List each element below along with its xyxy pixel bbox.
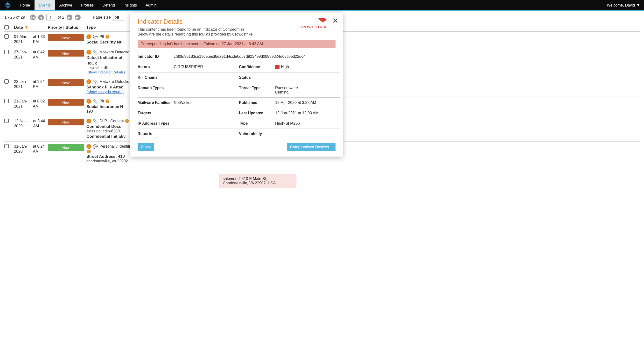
nav-events[interactable]: Events: [34, 0, 55, 11]
ioc-sent-banner: Corresponding IoC has been sent to Falco…: [138, 40, 336, 48]
last-updated-label: Last Updated: [239, 108, 275, 118]
event-tag: Malware Detectio: [100, 80, 130, 84]
chevron-up-icon: ^: [106, 99, 109, 103]
alert-icon: !: [86, 79, 91, 84]
event-tag: Malware Detectio: [100, 50, 130, 54]
threat-type-value: Ransomware Criminal: [275, 83, 340, 97]
page-size-select[interactable]: [113, 14, 125, 21]
alert-icon: !: [86, 144, 91, 149]
status-badge[interactable]: New: [48, 99, 84, 106]
pager-page-input[interactable]: [46, 14, 55, 21]
kill-chains-value: [174, 72, 239, 83]
event-time: at 1:54 PM: [33, 79, 48, 89]
row-checkbox[interactable]: [4, 50, 9, 54]
attachment-icon: 📎: [93, 119, 98, 123]
ip-address-types-value: [174, 118, 239, 128]
status-badge[interactable]: New: [48, 34, 84, 41]
crowdstrike-text: CROWDSTRIKE: [300, 25, 330, 29]
published-value: 18-Apr-2020 at 3:28 AM: [275, 97, 340, 108]
event-time: at 8:24 AM: [33, 144, 48, 154]
confidence-value: High: [275, 62, 340, 72]
confidence-label: Confidence: [239, 62, 275, 72]
nav-home[interactable]: Home: [16, 0, 34, 11]
pager-range: 1 - 25 of 29: [4, 15, 25, 20]
status-badge[interactable]: New: [48, 144, 84, 151]
status-badge[interactable]: New: [48, 119, 84, 125]
ip-address-types-label: IP Address Types: [138, 118, 174, 128]
actors-value: CIRCUSSPIDER: [174, 62, 239, 72]
alert-icon: !: [86, 34, 91, 39]
status-value: [275, 72, 340, 83]
page-size-label: Page size: [93, 15, 111, 20]
event-detail: charlottesville, va 22902: [86, 159, 640, 163]
confidence-text: High: [281, 65, 289, 69]
vulnerability-label: Vulnerability: [239, 128, 275, 139]
column-date-header[interactable]: Date ▼: [14, 25, 48, 30]
event-date: 22-Jan-2021: [14, 79, 32, 89]
status-badge[interactable]: New: [48, 79, 84, 86]
nav-defend[interactable]: Defend: [98, 0, 119, 11]
nav-profiles[interactable]: Profiles: [76, 0, 98, 11]
event-tag: Personally Identifi: [100, 144, 130, 149]
targets-value: [174, 108, 239, 118]
pager-last-button[interactable]: ▶|: [75, 15, 80, 20]
row-checkbox[interactable]: [4, 34, 9, 39]
detail-grid: Indicator ID cf80fd95183ce1305becf6ea91d…: [138, 52, 336, 139]
alert-icon: !: [86, 119, 91, 123]
column-priority-header[interactable]: Priority | Status: [48, 25, 86, 30]
event-date: 12-Nov-2020: [14, 119, 32, 129]
top-nav-bar: Home Events Archive Profiles Defend Insi…: [0, 0, 644, 11]
pager-of-label: of 2: [58, 15, 64, 20]
reports-value: [174, 128, 239, 139]
comment-icon: 💬: [93, 144, 98, 149]
modal-close-icon[interactable]: ✕: [332, 17, 338, 25]
app-logo: [4, 2, 12, 9]
chevron-up-icon: ^: [106, 35, 109, 39]
row-checkbox[interactable]: [4, 79, 9, 84]
chevron-down-icon: ▼: [636, 3, 640, 8]
nav-insights[interactable]: Insights: [119, 0, 141, 11]
welcome-label: Welcome, David: [607, 3, 635, 8]
alert-icon: !: [86, 99, 91, 104]
attachment-icon: 📎: [93, 99, 98, 104]
nav-admin[interactable]: Admin: [141, 0, 161, 11]
last-updated-value: 12-Jan-2021 at 12:03 AM: [275, 108, 340, 118]
row-checkbox[interactable]: [4, 99, 9, 103]
status-label: Status: [239, 72, 275, 83]
modal-close-button[interactable]: Close: [138, 143, 154, 151]
domain-types-label: Domain Types: [138, 83, 174, 97]
event-date: 27-Jan-2021: [14, 50, 32, 60]
chevron-up-icon: ^: [87, 149, 91, 153]
targets-label: Targets: [138, 108, 174, 118]
event-time: at 8:42 AM: [33, 50, 48, 60]
nav-archive[interactable]: Archive: [55, 0, 76, 11]
comment-icon: 💬: [93, 35, 98, 39]
pager-prev-button[interactable]: ◀: [38, 15, 44, 20]
event-time: at 1:33 PM: [33, 34, 48, 45]
status-badge[interactable]: New: [48, 50, 84, 57]
row-checkbox[interactable]: [4, 119, 9, 123]
alert-icon: !: [86, 50, 91, 55]
welcome-user-dropdown[interactable]: Welcome, David ▼: [607, 3, 640, 8]
event-tag: DLP - Content: [100, 119, 124, 123]
attachment-icon: 📎: [93, 80, 98, 84]
event-time: at 8:02 AM: [33, 99, 48, 109]
vulnerability-value: [275, 128, 340, 139]
reports-label: Reports: [138, 128, 174, 139]
event-tag: PII: [100, 99, 104, 103]
actors-label: Actors: [138, 62, 174, 72]
row-checkbox[interactable]: [4, 144, 9, 148]
crowdstrike-bird-icon: [300, 17, 330, 25]
indicator-id-value: cf80fd95183ce1305becf6ea91d4ccfa0d87d923…: [174, 52, 340, 62]
pager-first-button[interactable]: |◀: [30, 15, 36, 20]
compromised-devices-button[interactable]: Compromised Devices...: [287, 143, 336, 151]
type-value: Hash-SHA256: [275, 118, 340, 128]
type-label: Type: [239, 118, 275, 128]
event-date: 31-Jan-2020: [14, 144, 32, 154]
event-date: 21-Jan-2021: [14, 99, 32, 109]
event-time: at 8:44 AM: [33, 119, 48, 129]
pager-next-button[interactable]: ▶: [66, 15, 72, 20]
select-all-checkbox[interactable]: [4, 25, 9, 30]
nav-tabs: Home Events Archive Profiles Defend Insi…: [16, 0, 161, 11]
kill-chains-label: Kill Chains: [138, 72, 174, 83]
